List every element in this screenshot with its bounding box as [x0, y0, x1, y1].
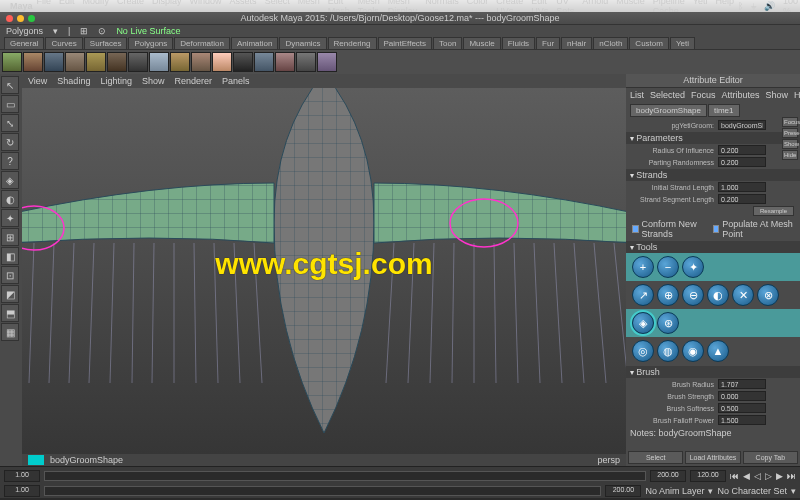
populate-checkbox[interactable] — [713, 225, 720, 233]
shelf-tab-animation[interactable]: Animation — [231, 37, 279, 49]
anim-layer[interactable]: No Anim Layer — [645, 486, 704, 496]
show-button[interactable]: Show — [782, 139, 798, 149]
layout-icon[interactable]: ⊞ — [1, 228, 19, 246]
shelf-tab-yeti[interactable]: Yeti — [670, 37, 695, 49]
grow-tool-icon[interactable]: ⊕ — [657, 284, 679, 306]
step-fwd-icon[interactable]: ▶ — [776, 471, 783, 481]
shrink-tool-icon[interactable]: ⊖ — [682, 284, 704, 306]
smooth-tool-icon[interactable]: ⊗ — [757, 284, 779, 306]
shelf-tab-ncloth[interactable]: nCloth — [593, 37, 628, 49]
shelf-tab-curves[interactable]: Curves — [45, 37, 82, 49]
shelf-tab-toon[interactable]: Toon — [433, 37, 462, 49]
section-strands[interactable]: ▾ Strands — [626, 169, 800, 181]
mask-tool-icon[interactable]: ◐ — [707, 284, 729, 306]
shelf-item[interactable] — [254, 52, 274, 72]
conform-checkbox[interactable] — [632, 225, 639, 233]
initlen-input[interactable] — [718, 182, 766, 192]
hide-button[interactable]: Hide — [782, 150, 798, 160]
ae-help[interactable]: Help — [794, 90, 800, 100]
tool-icon[interactable]: ◎ — [632, 340, 654, 362]
parting-input[interactable] — [718, 157, 766, 167]
shelf-tab-deformation[interactable]: Deformation — [174, 37, 230, 49]
current-frame[interactable]: 120.00 — [690, 470, 726, 482]
groom-input[interactable] — [718, 120, 766, 130]
vp-menu-show[interactable]: Show — [142, 76, 165, 86]
vp-menu-shading[interactable]: Shading — [57, 76, 90, 86]
ae-list[interactable]: List — [630, 90, 644, 100]
brush-strength-input[interactable] — [718, 391, 766, 401]
start-frame[interactable]: 1.00 — [4, 470, 40, 482]
section-brush[interactable]: ▾ Brush — [626, 366, 800, 378]
rotate-tool-icon[interactable]: ↻ — [1, 133, 19, 151]
shelf-item[interactable] — [2, 52, 22, 72]
shelf-tab-fluids[interactable]: Fluids — [502, 37, 535, 49]
ae-tab-time[interactable]: time1 — [708, 104, 740, 117]
radius-input[interactable] — [718, 145, 766, 155]
range-scale[interactable] — [44, 486, 601, 496]
tool-icon[interactable]: ◍ — [657, 340, 679, 362]
seglen-input[interactable] — [718, 194, 766, 204]
time-slider[interactable]: 1.00 200.00 120.00 ⏮ ◀ ◁ ▷ ▶ ⏭ — [0, 466, 800, 484]
minimize-button[interactable] — [17, 15, 24, 22]
play-fwd-icon[interactable]: ▷ — [765, 471, 772, 481]
range-start[interactable]: 1.00 — [4, 485, 40, 497]
shelf-tab-nhair[interactable]: nHair — [561, 37, 592, 49]
shelf-tab-polygons[interactable]: Polygons — [128, 37, 173, 49]
last-tool-icon[interactable]: ◈ — [1, 171, 19, 189]
shelf-tab-general[interactable]: General — [4, 37, 44, 49]
layout-icon[interactable]: ◩ — [1, 285, 19, 303]
shelf-item[interactable] — [317, 52, 337, 72]
zoom-button[interactable] — [28, 15, 35, 22]
ae-selected[interactable]: Selected — [650, 90, 685, 100]
layout-icon[interactable]: ⊡ — [1, 266, 19, 284]
shelf-item[interactable] — [233, 52, 253, 72]
section-parameters[interactable]: ▾ Parameters — [626, 132, 800, 144]
move-tool-icon[interactable]: ⤡ — [1, 114, 19, 132]
ae-show[interactable]: Show — [766, 90, 789, 100]
add-tool-icon[interactable]: + — [632, 256, 654, 278]
shelf-tab-rendering[interactable]: Rendering — [328, 37, 377, 49]
bluetooth-icon[interactable]: ᛒ — [738, 1, 743, 11]
play-end-icon[interactable]: ⏭ — [787, 471, 796, 481]
range-slider[interactable]: 1.00 200.00 No Anim Layer ▾ No Character… — [0, 484, 800, 498]
ae-focus[interactable]: Focus — [691, 90, 716, 100]
copy-tab-button[interactable]: Copy Tab — [743, 451, 798, 464]
tool-icon[interactable]: ▲ — [707, 340, 729, 362]
twist-tool-icon[interactable]: ⊛ — [657, 312, 679, 334]
shelf-tab-muscle[interactable]: Muscle — [463, 37, 500, 49]
scale-tool-icon[interactable]: ? — [1, 152, 19, 170]
tool-icon[interactable]: ◉ — [682, 340, 704, 362]
brush-softness-input[interactable] — [718, 403, 766, 413]
shelf-tab-painteffects[interactable]: PaintEffects — [378, 37, 433, 49]
remove-tool-icon[interactable]: − — [657, 256, 679, 278]
shelf-tab-custom[interactable]: Custom — [629, 37, 669, 49]
layout-icon[interactable]: ⬒ — [1, 304, 19, 322]
app-name[interactable]: Maya — [10, 1, 33, 11]
live-surface[interactable]: No Live Surface — [116, 26, 180, 36]
step-back-icon[interactable]: ◀ — [743, 471, 750, 481]
shelf-item[interactable] — [44, 52, 64, 72]
presets-button[interactable]: Presets — [782, 128, 798, 138]
time-scale[interactable] — [44, 471, 646, 481]
character-set[interactable]: No Character Set — [717, 486, 787, 496]
shelf-tab-fur[interactable]: Fur — [536, 37, 560, 49]
play-back-icon[interactable]: ◁ — [754, 471, 761, 481]
layout-single-icon[interactable]: ◐ — [1, 190, 19, 208]
layout-icon[interactable]: ▦ — [1, 323, 19, 341]
clump-tool-icon[interactable]: ◈ — [632, 312, 654, 334]
shelf-item[interactable] — [275, 52, 295, 72]
shelf-item[interactable] — [107, 52, 127, 72]
shelf-item[interactable] — [65, 52, 85, 72]
lasso-tool-icon[interactable]: ▭ — [1, 95, 19, 113]
shelf-tab-surfaces[interactable]: Surfaces — [84, 37, 128, 49]
viewport[interactable]: www.cgtsj.com — [22, 88, 626, 454]
magnet-icon[interactable]: ⊙ — [98, 26, 106, 36]
shelf-item[interactable] — [212, 52, 232, 72]
select-button[interactable]: Select — [628, 451, 683, 464]
vp-menu-panels[interactable]: Panels — [222, 76, 250, 86]
shelf-item[interactable] — [296, 52, 316, 72]
comb-tool-icon[interactable]: ↗ — [632, 284, 654, 306]
brush-falloff-input[interactable] — [718, 415, 766, 425]
section-tools[interactable]: ▾ Tools — [626, 241, 800, 253]
vp-menu-view[interactable]: View — [28, 76, 47, 86]
